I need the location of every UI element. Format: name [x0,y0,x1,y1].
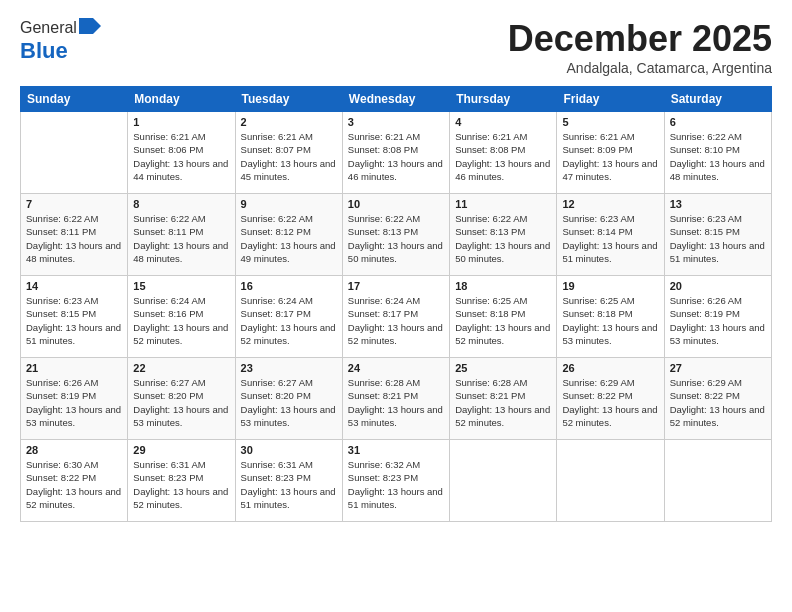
day-number: 6 [670,116,766,128]
day-info: Sunrise: 6:25 AMSunset: 8:18 PMDaylight:… [455,294,551,347]
day-number: 1 [133,116,229,128]
day-info: Sunrise: 6:28 AMSunset: 8:21 PMDaylight:… [348,376,444,429]
header: General Blue December 2025 Andalgala, Ca… [20,18,772,76]
table-cell: 27Sunrise: 6:29 AMSunset: 8:22 PMDayligh… [664,358,771,440]
day-number: 15 [133,280,229,292]
day-number: 10 [348,198,444,210]
day-number: 16 [241,280,337,292]
col-sunday: Sunday [21,87,128,112]
day-info: Sunrise: 6:22 AMSunset: 8:13 PMDaylight:… [348,212,444,265]
day-info: Sunrise: 6:25 AMSunset: 8:18 PMDaylight:… [562,294,658,347]
day-number: 21 [26,362,122,374]
table-cell: 31Sunrise: 6:32 AMSunset: 8:23 PMDayligh… [342,440,449,522]
table-cell: 1Sunrise: 6:21 AMSunset: 8:06 PMDaylight… [128,112,235,194]
day-number: 8 [133,198,229,210]
day-number: 13 [670,198,766,210]
table-cell: 7Sunrise: 6:22 AMSunset: 8:11 PMDaylight… [21,194,128,276]
day-info: Sunrise: 6:27 AMSunset: 8:20 PMDaylight:… [241,376,337,429]
day-info: Sunrise: 6:26 AMSunset: 8:19 PMDaylight:… [670,294,766,347]
day-info: Sunrise: 6:31 AMSunset: 8:23 PMDaylight:… [133,458,229,511]
table-cell: 23Sunrise: 6:27 AMSunset: 8:20 PMDayligh… [235,358,342,440]
calendar-table: Sunday Monday Tuesday Wednesday Thursday… [20,86,772,522]
table-cell: 29Sunrise: 6:31 AMSunset: 8:23 PMDayligh… [128,440,235,522]
month-title: December 2025 [508,18,772,60]
day-info: Sunrise: 6:31 AMSunset: 8:23 PMDaylight:… [241,458,337,511]
day-number: 29 [133,444,229,456]
day-number: 4 [455,116,551,128]
col-saturday: Saturday [664,87,771,112]
table-cell: 20Sunrise: 6:26 AMSunset: 8:19 PMDayligh… [664,276,771,358]
day-info: Sunrise: 6:30 AMSunset: 8:22 PMDaylight:… [26,458,122,511]
day-info: Sunrise: 6:22 AMSunset: 8:11 PMDaylight:… [133,212,229,265]
table-row: 1Sunrise: 6:21 AMSunset: 8:06 PMDaylight… [21,112,772,194]
day-number: 12 [562,198,658,210]
day-number: 22 [133,362,229,374]
table-cell [450,440,557,522]
day-info: Sunrise: 6:23 AMSunset: 8:15 PMDaylight:… [26,294,122,347]
day-info: Sunrise: 6:21 AMSunset: 8:06 PMDaylight:… [133,130,229,183]
day-number: 24 [348,362,444,374]
table-cell: 4Sunrise: 6:21 AMSunset: 8:08 PMDaylight… [450,112,557,194]
table-cell: 28Sunrise: 6:30 AMSunset: 8:22 PMDayligh… [21,440,128,522]
logo: General Blue [20,18,102,64]
day-info: Sunrise: 6:23 AMSunset: 8:14 PMDaylight:… [562,212,658,265]
table-cell [21,112,128,194]
day-info: Sunrise: 6:29 AMSunset: 8:22 PMDaylight:… [670,376,766,429]
table-row: 21Sunrise: 6:26 AMSunset: 8:19 PMDayligh… [21,358,772,440]
day-number: 25 [455,362,551,374]
table-cell: 19Sunrise: 6:25 AMSunset: 8:18 PMDayligh… [557,276,664,358]
table-cell: 6Sunrise: 6:22 AMSunset: 8:10 PMDaylight… [664,112,771,194]
day-number: 9 [241,198,337,210]
day-number: 2 [241,116,337,128]
day-number: 18 [455,280,551,292]
calendar-page: General Blue December 2025 Andalgala, Ca… [0,0,792,612]
table-cell: 11Sunrise: 6:22 AMSunset: 8:13 PMDayligh… [450,194,557,276]
day-info: Sunrise: 6:32 AMSunset: 8:23 PMDaylight:… [348,458,444,511]
day-number: 17 [348,280,444,292]
col-wednesday: Wednesday [342,87,449,112]
day-info: Sunrise: 6:27 AMSunset: 8:20 PMDaylight:… [133,376,229,429]
table-cell: 9Sunrise: 6:22 AMSunset: 8:12 PMDaylight… [235,194,342,276]
table-cell: 22Sunrise: 6:27 AMSunset: 8:20 PMDayligh… [128,358,235,440]
day-info: Sunrise: 6:22 AMSunset: 8:11 PMDaylight:… [26,212,122,265]
day-number: 19 [562,280,658,292]
day-info: Sunrise: 6:24 AMSunset: 8:17 PMDaylight:… [348,294,444,347]
svg-marker-0 [79,18,101,34]
title-block: December 2025 Andalgala, Catamarca, Arge… [508,18,772,76]
table-row: 7Sunrise: 6:22 AMSunset: 8:11 PMDaylight… [21,194,772,276]
table-cell: 16Sunrise: 6:24 AMSunset: 8:17 PMDayligh… [235,276,342,358]
table-cell: 30Sunrise: 6:31 AMSunset: 8:23 PMDayligh… [235,440,342,522]
table-cell: 21Sunrise: 6:26 AMSunset: 8:19 PMDayligh… [21,358,128,440]
col-tuesday: Tuesday [235,87,342,112]
day-info: Sunrise: 6:22 AMSunset: 8:10 PMDaylight:… [670,130,766,183]
day-info: Sunrise: 6:21 AMSunset: 8:08 PMDaylight:… [348,130,444,183]
table-cell: 24Sunrise: 6:28 AMSunset: 8:21 PMDayligh… [342,358,449,440]
day-number: 23 [241,362,337,374]
header-row: Sunday Monday Tuesday Wednesday Thursday… [21,87,772,112]
col-thursday: Thursday [450,87,557,112]
table-cell: 3Sunrise: 6:21 AMSunset: 8:08 PMDaylight… [342,112,449,194]
table-row: 28Sunrise: 6:30 AMSunset: 8:22 PMDayligh… [21,440,772,522]
day-info: Sunrise: 6:22 AMSunset: 8:13 PMDaylight:… [455,212,551,265]
day-number: 3 [348,116,444,128]
day-info: Sunrise: 6:23 AMSunset: 8:15 PMDaylight:… [670,212,766,265]
day-number: 7 [26,198,122,210]
day-number: 11 [455,198,551,210]
day-number: 30 [241,444,337,456]
day-number: 31 [348,444,444,456]
table-cell: 5Sunrise: 6:21 AMSunset: 8:09 PMDaylight… [557,112,664,194]
table-cell: 8Sunrise: 6:22 AMSunset: 8:11 PMDaylight… [128,194,235,276]
day-info: Sunrise: 6:22 AMSunset: 8:12 PMDaylight:… [241,212,337,265]
day-info: Sunrise: 6:28 AMSunset: 8:21 PMDaylight:… [455,376,551,429]
table-cell: 14Sunrise: 6:23 AMSunset: 8:15 PMDayligh… [21,276,128,358]
table-row: 14Sunrise: 6:23 AMSunset: 8:15 PMDayligh… [21,276,772,358]
col-friday: Friday [557,87,664,112]
day-number: 27 [670,362,766,374]
table-cell [664,440,771,522]
table-cell: 10Sunrise: 6:22 AMSunset: 8:13 PMDayligh… [342,194,449,276]
day-number: 20 [670,280,766,292]
col-monday: Monday [128,87,235,112]
table-cell: 12Sunrise: 6:23 AMSunset: 8:14 PMDayligh… [557,194,664,276]
day-info: Sunrise: 6:29 AMSunset: 8:22 PMDaylight:… [562,376,658,429]
table-cell: 13Sunrise: 6:23 AMSunset: 8:15 PMDayligh… [664,194,771,276]
